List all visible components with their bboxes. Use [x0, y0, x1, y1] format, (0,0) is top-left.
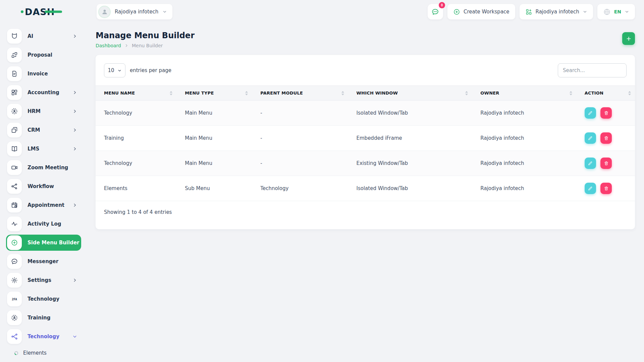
language-selector[interactable]: EN — [597, 4, 635, 19]
sidebar-item-label: HRM — [28, 108, 72, 114]
cell-menu-name: Technology — [96, 151, 176, 176]
sidebar-item-label: Activity Log — [28, 221, 81, 227]
chevron-right-icon — [72, 128, 77, 132]
company-label: Rajodiya infotech — [536, 9, 579, 15]
training-icon — [7, 310, 22, 325]
search-input[interactable] — [558, 63, 627, 77]
sidebar-item-label: Technology — [28, 296, 81, 302]
delete-button[interactable] — [600, 132, 612, 144]
column-header-action[interactable]: ACTION — [576, 86, 635, 101]
workspace-selector[interactable]: Rajodiya infotech — [97, 4, 172, 19]
sidebar-item-label: Side Menu Builder — [28, 240, 81, 246]
sidebar-item-activity-log[interactable]: Activity Log — [6, 216, 81, 232]
sidebar-item-technology[interactable]: Technology — [6, 328, 81, 345]
delete-button[interactable] — [600, 183, 612, 194]
sidebar-item-crm[interactable]: CRM — [6, 122, 81, 138]
add-icon — [626, 36, 632, 42]
sidebar-item-technology-2fa[interactable]: 2FA Technology — [6, 291, 81, 307]
sidebar-item-proposal[interactable]: Proposal — [6, 47, 81, 63]
chevron-down-icon — [583, 9, 587, 14]
sidebar-item-settings[interactable]: Settings — [6, 272, 81, 288]
menu-table: MENU NAME MENU TYPE PARENT MODULE WHICH … — [96, 85, 635, 201]
cell-menu-type: Main Menu — [176, 126, 252, 151]
page-title: Manage Menu Builder — [96, 31, 195, 40]
edit-button[interactable] — [585, 158, 596, 169]
sidebar: AI Proposal Invoice Accounting HRM CRM — [0, 23, 87, 362]
table-header-row: MENU NAME MENU TYPE PARENT MODULE WHICH … — [96, 86, 635, 101]
sidebar-item-accounting[interactable]: Accounting — [6, 84, 81, 101]
sidebar-subitem-elements[interactable]: Elements — [14, 347, 87, 359]
sidebar-item-label: Proposal — [28, 52, 81, 58]
sidebar-subitem-label: Elements — [23, 350, 87, 356]
table-row: Technology Main Menu - Existing Window/T… — [96, 151, 635, 176]
column-header-owner[interactable]: OWNER — [472, 86, 576, 101]
sidebar-item-label: Training — [28, 315, 81, 321]
cell-which-window: Isolated Window/Tab — [348, 101, 472, 126]
brand-logo[interactable]: DASH — [20, 5, 64, 19]
calendar-icon — [7, 198, 22, 213]
sidebar-item-zoom-meeting[interactable]: Zoom Meeting — [6, 160, 81, 176]
sidebar-item-ai[interactable]: AI — [6, 28, 81, 44]
messages-button[interactable]: 0 — [428, 4, 443, 19]
cell-parent-module: - — [252, 151, 348, 176]
ai-icon — [7, 29, 22, 44]
sidebar-item-invoice[interactable]: Invoice — [6, 66, 81, 82]
video-camera-icon — [7, 160, 22, 175]
sidebar-item-lms[interactable]: LMS — [6, 141, 81, 157]
sidebar-item-side-menu-builder[interactable]: Side Menu Builder — [6, 235, 81, 251]
cell-owner: Rajodiya infotech — [472, 176, 576, 201]
avatar — [98, 6, 111, 18]
column-header-parent-module[interactable]: PARENT MODULE — [252, 86, 348, 101]
cell-menu-name: Training — [96, 126, 176, 151]
plus-circle-icon — [7, 235, 22, 250]
edit-button[interactable] — [585, 183, 596, 194]
messenger-icon — [7, 254, 22, 269]
cell-menu-type: Main Menu — [176, 101, 252, 126]
add-menu-button[interactable] — [622, 32, 635, 45]
breadcrumb-dashboard-link[interactable]: Dashboard — [96, 43, 121, 48]
gear-icon — [7, 273, 22, 288]
company-selector[interactable]: Rajodiya infotech — [520, 4, 593, 19]
sidebar-item-training[interactable]: Training — [6, 310, 81, 326]
table-row: Training Main Menu - Embedded iFrame Raj… — [96, 126, 635, 151]
column-header-which-window[interactable]: WHICH WINDOW — [348, 86, 472, 101]
table-row: Technology Main Menu - Isolated Window/T… — [96, 101, 635, 126]
branch-icon — [7, 329, 22, 344]
trash-icon — [604, 186, 609, 191]
column-header-menu-name[interactable]: MENU NAME — [96, 86, 176, 101]
sidebar-item-label: AI — [28, 33, 72, 39]
crm-icon — [7, 123, 22, 137]
create-workspace-button[interactable]: Create Workspace — [447, 4, 515, 19]
delete-button[interactable] — [600, 107, 612, 119]
chevron-right-icon — [124, 44, 128, 48]
sidebar-item-appointment[interactable]: Appointment — [6, 197, 81, 213]
plus-circle-icon — [453, 8, 460, 15]
column-header-menu-type[interactable]: MENU TYPE — [176, 86, 252, 101]
user-icon — [101, 8, 108, 15]
menu-builder-card: 10 entries per page MENU NAME MENU TYPE … — [96, 55, 635, 229]
edit-button[interactable] — [585, 107, 596, 119]
sidebar-item-workflow[interactable]: Workflow — [6, 178, 81, 194]
edit-button[interactable] — [585, 132, 596, 144]
2fa-icon: 2FA — [7, 292, 22, 306]
delete-button[interactable] — [600, 158, 612, 169]
cell-which-window: Isolated Window/Tab — [348, 176, 472, 201]
sidebar-item-label: CRM — [28, 127, 72, 133]
pencil-icon — [588, 111, 593, 116]
grid-plus-icon — [525, 8, 532, 15]
page-header: Manage Menu Builder Dashboard Menu Build… — [96, 31, 635, 48]
table-controls: 10 entries per page — [96, 63, 635, 77]
chevron-right-icon — [72, 146, 77, 151]
topbar-actions: 0 Create Workspace Rajodiya infotech EN — [428, 4, 635, 19]
chevron-right-icon — [72, 278, 77, 283]
entries-per-page-select[interactable]: 10 — [104, 63, 125, 77]
sidebar-item-hrm[interactable]: HRM — [6, 103, 81, 119]
cell-owner: Rajodiya infotech — [472, 101, 576, 126]
cell-menu-type: Main Menu — [176, 151, 252, 176]
proposal-icon — [7, 48, 22, 62]
chevron-right-icon — [72, 203, 77, 207]
pencil-icon — [588, 186, 593, 191]
cell-menu-type: Sub Menu — [176, 176, 252, 201]
sidebar-item-messenger[interactable]: Messenger — [6, 253, 81, 269]
chevron-down-icon — [72, 334, 77, 339]
